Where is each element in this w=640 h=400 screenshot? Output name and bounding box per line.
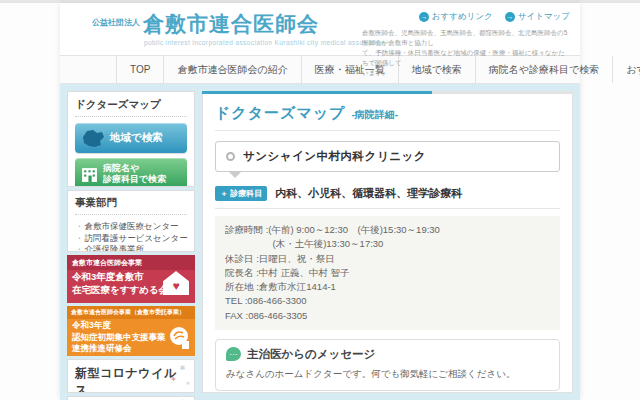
- search-by-area-label: 地域で検索: [110, 131, 163, 145]
- brain-head-icon: [169, 326, 191, 350]
- sidebar: ドクターズマップ 地域で検索 病院名や: [67, 91, 195, 400]
- virus-icon: ＊: [184, 379, 192, 390]
- nav-item-recommended[interactable]: おすすめリンク: [612, 56, 640, 83]
- org-name-english: public interest incorporated association…: [92, 39, 385, 46]
- nav-item-about[interactable]: 倉敷市連合医師会の紹介: [163, 56, 300, 83]
- banner-tag: 倉敷市連合医師会事業（倉敷市委託事業）: [67, 306, 195, 319]
- sidebar-link-label: 訪問看護サービスセンター: [85, 233, 188, 243]
- page-title: ドクターズマップ: [215, 104, 345, 121]
- header-utility-links: → おすすめリンク → サイトマップ: [419, 11, 570, 23]
- business-divisions-box: 事業部門 ・倉敷市保健医療センター ・訪問看護サービスセンター ・介護保険事業所…: [67, 190, 195, 252]
- hospital-icon: [81, 166, 98, 183]
- speech-bubble-icon: …: [226, 347, 241, 361]
- arrow-circle-icon: →: [419, 12, 429, 22]
- departments-list: 内科、小児科、循環器科、理学診療科: [275, 186, 462, 201]
- sidebar-link-nursing-service[interactable]: ・訪問看護サービスセンター: [75, 233, 187, 245]
- org-type-label: 公益社団法人: [92, 18, 140, 27]
- detail-line-hours: 診療時間 :(午前) 9:00～12:30 (午後)15:30～19:30: [225, 223, 550, 237]
- page-title-row: ドクターズマップ-病院詳細-: [215, 104, 560, 131]
- detail-line-fax: FAX :086-466-3305: [225, 309, 550, 323]
- house-heart-icon: ♥: [162, 270, 190, 296]
- recommended-links-label: おすすめリンク: [432, 11, 493, 23]
- virus-icon: ＊: [169, 374, 178, 387]
- departments-badge: ＋ 診療科目: [215, 186, 267, 201]
- detail-line-tel: TEL :086-466-3300: [225, 294, 550, 308]
- bullet-icon: ・: [75, 221, 84, 231]
- business-divisions-title: 事業部門: [75, 196, 187, 215]
- search-by-name-label-line1: 病院名や: [103, 163, 166, 174]
- sidebar-link-label: 介護保険事業所: [85, 244, 145, 252]
- virus-icon: ＊: [177, 362, 188, 377]
- clinic-box-tail: [229, 172, 241, 184]
- search-by-name-button[interactable]: 病院名や 診療科目で検索: [75, 158, 187, 187]
- site-logo[interactable]: 公益社団法人倉敷市連合医師会 public interest incorpora…: [92, 10, 385, 46]
- sidebar-link-health-center[interactable]: ・倉敷市保健医療センター: [75, 221, 187, 233]
- dots-glyph: …: [229, 347, 238, 357]
- clinic-name: サンシャイン中村内科クリニック: [243, 149, 426, 164]
- doctors-map-title: ドクターズマップ: [75, 98, 187, 117]
- svg-text:♥: ♥: [172, 279, 179, 293]
- corona-shelter-banner[interactable]: 新型コロナウイルス 避難所設営 提案書 PDF ＊ ＊ ＊: [67, 359, 195, 393]
- recommended-links-link[interactable]: → おすすめリンク: [419, 11, 493, 23]
- search-by-area-button[interactable]: 地域で検索: [75, 123, 187, 153]
- sidebar-link-care-insurance[interactable]: ・介護保険事業所: [75, 244, 187, 252]
- hospital-detail-panel: ドクターズマップ-病院詳細- サンシャイン中村内科クリニック ＋ 診療科目 内科…: [202, 91, 573, 393]
- sitemap-label: サイトマップ: [518, 11, 570, 23]
- doctors-map-box: ドクターズマップ 地域で検索 病院名や: [67, 91, 195, 187]
- clinic-info-box: 診療時間 :(午前) 9:00～12:30 (午後)15:30～19:30 (木…: [215, 216, 560, 330]
- detail-line-closed: 休診日 :日曜日、祝・祭日: [225, 252, 550, 266]
- search-by-name-label: 病院名や 診療科目で検索: [103, 163, 166, 186]
- org-name-title: 倉敷市連合医師会: [143, 11, 319, 36]
- arrow-circle-icon: →: [505, 12, 515, 22]
- bullet-icon: ・: [75, 233, 84, 243]
- region-map-icon: [81, 129, 105, 148]
- org-description-line: 倉敷医師会、児島医師会、玉島医師会、都窪医師会、北児島医師会の5医師会が倉敷市と…: [362, 28, 570, 48]
- bullet-icon: ・: [75, 244, 84, 252]
- org-description-line: て、予防接種・休日当番医など地域の保健・医療・福祉に様々なかたちで関係して: [362, 48, 570, 68]
- doctor-message-header: … 主治医からのメッセージ: [226, 347, 549, 362]
- detail-line-director: 院長名 :中村 正義、中村 智子: [225, 266, 550, 280]
- org-description: 倉敷医師会、児島医師会、玉島医師会、都窪医師会、北児島医師会の5医師会が倉敷市と…: [362, 28, 570, 78]
- target-circle-icon: [226, 152, 235, 161]
- nav-item-top[interactable]: TOP: [116, 56, 163, 83]
- doctor-message-title: 主治医からのメッセージ: [247, 347, 375, 362]
- org-description-line: います。: [362, 68, 570, 78]
- school-urine-test-banner[interactable]: 倉敷市学校検尿: [67, 396, 195, 400]
- clinic-name-box: サンシャイン中村内科クリニック: [215, 141, 560, 172]
- banner-tag: 倉敷市連合医師会事業: [67, 255, 195, 270]
- detail-line-address: 所在地 :倉敷市水江1414-1: [225, 280, 550, 294]
- search-by-name-label-line2: 診療科目で検索: [103, 174, 166, 185]
- site-wrapper: 公益社団法人倉敷市連合医師会 public interest incorpora…: [60, 3, 580, 400]
- detail-line-hours2: (木・土午後)13:30～17:30: [225, 237, 550, 251]
- main-area: ドクターズマップ 地域で検索 病院名や: [60, 84, 580, 400]
- arrow-glyph: →: [506, 13, 513, 20]
- dementia-support-banner[interactable]: 倉敷市連合医師会事業（倉敷市委託事業） 令和3年度 認知症初期集中支援事業 連携…: [67, 306, 195, 356]
- page-subtitle: -病院詳細-: [351, 109, 398, 120]
- site-header: 公益社団法人倉敷市連合医師会 public interest incorpora…: [60, 3, 580, 55]
- arrow-glyph: →: [420, 13, 427, 20]
- doctor-message-body: みなさんのホームドクターです。何でも御気軽にご相談ください。: [226, 368, 549, 381]
- panel-accent-line: [202, 91, 573, 94]
- sitemap-link[interactable]: → サイトマップ: [505, 11, 570, 23]
- doctor-message-box: … 主治医からのメッセージ みなさんのホームドクターです。何でも御気軽にご相談く…: [215, 339, 560, 391]
- departments-row: ＋ 診療科目 内科、小児科、循環器科、理学診療科: [215, 186, 560, 209]
- home-medical-banner[interactable]: 倉敷市連合医師会事業 令和3年度倉敷市 在宅医療をすすめる会 ♥: [67, 255, 195, 303]
- sidebar-link-label: 倉敷市保健医療センター: [85, 221, 179, 231]
